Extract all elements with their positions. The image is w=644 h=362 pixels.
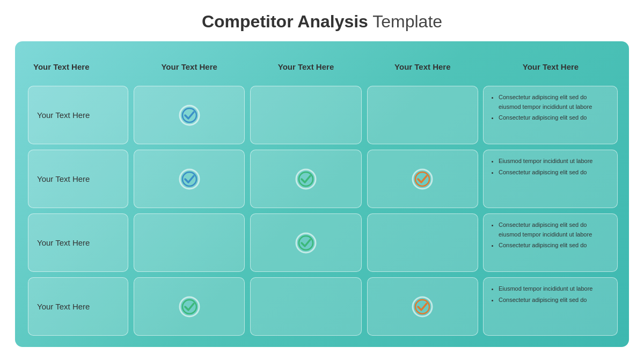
row-4-label-cell: Your Text Here [24, 275, 131, 338]
col-header-comp1: Your Text Here [131, 50, 247, 83]
row-4-label: Your Text Here [28, 277, 128, 336]
row-2-notes: Eiusmod tempor incididunt ut labore Cons… [483, 150, 618, 208]
check-icon-orange1 [411, 167, 434, 191]
row-4-notes: Eiusmod tempor incididunt ut labore Cons… [483, 277, 618, 336]
row-4-notes-cell: Eiusmod tempor incididunt ut labore Cons… [481, 275, 620, 338]
row-2-label-cell: Your Text Here [24, 147, 131, 211]
row-1-check3-box [367, 86, 478, 144]
row-1-check1-box [134, 86, 245, 144]
row-2-check3-box [367, 150, 478, 208]
row-2-check2-box [250, 150, 361, 208]
row-1-label-cell: Your Text Here [24, 83, 131, 147]
check-icon-green3 [178, 295, 201, 319]
col-header-comp2: Your Text Here [247, 50, 364, 83]
row-1-check2-box [250, 86, 361, 144]
row-3-notes-cell: Consectetur adipiscing elit sed do eiusm… [481, 211, 620, 275]
check-icon-green1 [294, 167, 318, 191]
row-2-check3-cell [364, 147, 481, 211]
row-1-check3-cell [364, 83, 481, 147]
row-4-check1-box [134, 277, 245, 336]
row-3-check3-cell [364, 211, 481, 275]
row-3-check2-box [250, 213, 361, 272]
row-3-check3-box [367, 213, 478, 272]
row-1-notes: Consectetur adipiscing elit sed do eiusm… [483, 86, 618, 144]
row-3-label-cell: Your Text Here [24, 211, 131, 275]
row-4-check2-cell [247, 275, 364, 338]
row-4-check2-box [250, 277, 361, 336]
row-4-check3-cell [364, 275, 481, 338]
row-1-label: Your Text Here [28, 86, 128, 144]
row-3-check1-cell [131, 211, 247, 275]
row-4-check1-cell [131, 275, 247, 338]
check-icon-orange2 [411, 295, 434, 319]
table-container: Your Text Here Your Text Here Your Text … [15, 41, 629, 347]
row-1-check2-cell [247, 83, 364, 147]
row-2-label: Your Text Here [28, 150, 128, 208]
row-4-check3-box [367, 277, 478, 336]
col-header-comp3: Your Text Here [364, 50, 481, 83]
row-3-notes: Consectetur adipiscing elit sed do eiusm… [483, 213, 618, 272]
row-2-check1-box [134, 150, 245, 208]
row-2-check2-cell [247, 147, 364, 211]
comparison-table: Your Text Here Your Text Here Your Text … [24, 50, 620, 338]
row-3-check2-cell [247, 211, 364, 275]
check-icon-blue [178, 104, 201, 127]
row-2-notes-cell: Eiusmod tempor incididunt ut labore Cons… [481, 147, 620, 211]
col-header-feature: Your Text Here [24, 50, 131, 83]
check-icon-green2 [294, 231, 318, 255]
row-3-label: Your Text Here [28, 213, 128, 272]
page-title: Competitor Analysis Template [0, 0, 644, 41]
row-1-check1-cell [131, 83, 247, 147]
row-2-check1-cell [131, 147, 247, 211]
row-3-check1-box [134, 213, 245, 272]
col-header-notes: Your Text Here [481, 50, 620, 83]
check-icon-blue2 [178, 167, 201, 191]
row-1-notes-cell: Consectetur adipiscing elit sed do eiusm… [481, 83, 620, 147]
